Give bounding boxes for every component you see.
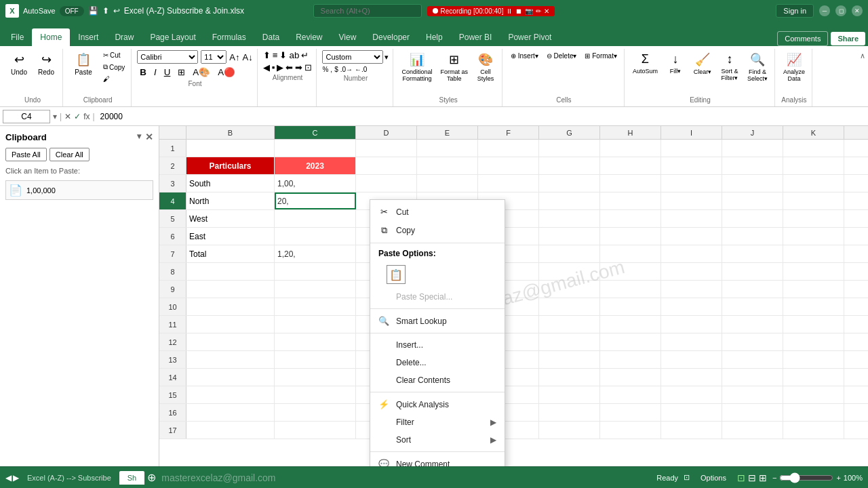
cell-k5[interactable] bbox=[783, 210, 844, 227]
font-size-select[interactable]: 11 bbox=[201, 50, 226, 64]
currency-button[interactable]: $ bbox=[334, 66, 338, 73]
cell-j3[interactable] bbox=[722, 175, 783, 192]
align-center-button[interactable]: ▪ bbox=[272, 62, 275, 73]
ctx-quick-analysis[interactable]: ⚡ Quick Analysis bbox=[370, 395, 505, 413]
tab-power-pivot[interactable]: Power Pivot bbox=[500, 28, 559, 46]
cell-i7[interactable] bbox=[661, 245, 722, 262]
camera-icon[interactable]: 📷 bbox=[525, 7, 533, 15]
tab-page-layout[interactable]: Page Layout bbox=[142, 28, 203, 46]
ctx-new-comment[interactable]: 💬 New Comment bbox=[370, 455, 505, 466]
cell-j6[interactable] bbox=[722, 228, 783, 245]
cell-b5[interactable]: West bbox=[186, 210, 275, 227]
clipboard-panel-close[interactable]: ✕ bbox=[145, 131, 153, 142]
cell-b2[interactable]: Particulars bbox=[186, 157, 275, 174]
ctx-filter[interactable]: Filter ▶ bbox=[370, 413, 505, 431]
cell-h7[interactable] bbox=[600, 245, 661, 262]
cell-c5[interactable] bbox=[275, 210, 356, 227]
format-button[interactable]: ⊞ Format▾ bbox=[582, 50, 619, 62]
cell-k7[interactable] bbox=[783, 245, 844, 262]
decrease-decimal-button[interactable]: ←.0 bbox=[355, 66, 367, 73]
cancel-icon[interactable]: ✕ bbox=[64, 112, 71, 121]
conditional-formatting-button[interactable]: 📊 ConditionalFormatting bbox=[399, 50, 435, 84]
status-icon[interactable]: ⊡ bbox=[684, 473, 690, 482]
cell-b4[interactable]: North bbox=[186, 192, 275, 209]
decrease-indent-button[interactable]: ⬅ bbox=[285, 62, 293, 73]
tab-power-bi[interactable]: Power BI bbox=[451, 28, 500, 46]
pause-icon[interactable]: ⏸ bbox=[506, 7, 513, 15]
confirm-icon[interactable]: ✓ bbox=[74, 112, 81, 121]
sheet-next-icon[interactable]: ▶ bbox=[13, 473, 19, 483]
copy-button[interactable]: ⧉ Copy bbox=[101, 62, 127, 73]
cell-k3[interactable] bbox=[783, 175, 844, 192]
collapse-ribbon-button[interactable]: ∧ bbox=[860, 52, 865, 60]
cell-h4[interactable] bbox=[600, 192, 661, 209]
ctx-smart-lookup[interactable]: 🔍 Smart Lookup bbox=[370, 312, 505, 330]
decrease-font-button[interactable]: A↓ bbox=[243, 52, 253, 62]
ctx-insert[interactable]: Insert... bbox=[370, 336, 505, 354]
cell-c7[interactable]: 1,20, bbox=[275, 245, 356, 262]
clear-all-button[interactable]: Clear All bbox=[50, 148, 90, 161]
insert-cell-button[interactable]: ⊕ Insert▾ bbox=[508, 50, 541, 62]
align-middle-button[interactable]: ≡ bbox=[273, 50, 278, 60]
cell-k1[interactable] bbox=[783, 140, 844, 157]
increase-font-button[interactable]: A↑ bbox=[229, 52, 239, 62]
cell-styles-button[interactable]: 🎨 CellStyles bbox=[473, 50, 498, 84]
number-format-dropdown[interactable]: ▾ bbox=[384, 53, 389, 62]
fill-color-button[interactable]: A🎨 bbox=[190, 66, 213, 79]
cell-f1[interactable] bbox=[478, 140, 539, 157]
cell-j7[interactable] bbox=[722, 245, 783, 262]
formula-expand-icon[interactable]: ▾ bbox=[53, 112, 57, 121]
align-right-button[interactable]: ▶ bbox=[277, 62, 283, 73]
clipboard-item[interactable]: 📄 1,00,000 bbox=[5, 180, 153, 200]
cell-c1[interactable] bbox=[275, 140, 356, 157]
cell-f2[interactable] bbox=[478, 157, 539, 174]
tab-developer[interactable]: Developer bbox=[364, 28, 418, 46]
cell-j4[interactable] bbox=[722, 192, 783, 209]
cell-i4[interactable] bbox=[661, 192, 722, 209]
undo-button[interactable]: ↩ Undo bbox=[7, 50, 31, 78]
cell-reference-box[interactable]: C4 bbox=[3, 110, 50, 123]
restore-button[interactable]: ◻ bbox=[835, 5, 846, 16]
tab-view[interactable]: View bbox=[331, 28, 365, 46]
font-color-button[interactable]: A🔴 bbox=[215, 66, 238, 79]
autosum-button[interactable]: Σ AutoSum bbox=[630, 50, 660, 77]
cell-j1[interactable] bbox=[722, 140, 783, 157]
increase-decimal-button[interactable]: .0→ bbox=[340, 66, 353, 73]
ctx-copy[interactable]: ⧉ Copy bbox=[370, 221, 505, 240]
cell-j5[interactable] bbox=[722, 210, 783, 227]
cell-g3[interactable] bbox=[539, 175, 600, 192]
cell-d1[interactable] bbox=[356, 140, 417, 157]
comma-button[interactable]: , bbox=[330, 66, 332, 73]
align-left-button[interactable]: ◀ bbox=[263, 62, 270, 73]
col-header-c[interactable]: C bbox=[275, 126, 356, 139]
page-layout-view-icon[interactable]: ⊟ bbox=[748, 472, 756, 483]
align-top-button[interactable]: ⬆ bbox=[263, 50, 271, 60]
zoom-slider[interactable] bbox=[779, 472, 833, 483]
cell-d3[interactable] bbox=[356, 175, 417, 192]
bold-button[interactable]: B bbox=[137, 66, 149, 79]
tab-insert[interactable]: Insert bbox=[70, 28, 106, 46]
fill-button[interactable]: ↓ Fill▾ bbox=[663, 50, 688, 77]
cell-i1[interactable] bbox=[661, 140, 722, 157]
cell-e1[interactable] bbox=[417, 140, 478, 157]
sort-filter-button[interactable]: ↕ Sort &Filter▾ bbox=[717, 50, 742, 83]
col-header-k[interactable]: K bbox=[783, 126, 844, 139]
cell-h3[interactable] bbox=[600, 175, 661, 192]
cell-g5[interactable] bbox=[539, 210, 600, 227]
cell-g7[interactable] bbox=[539, 245, 600, 262]
share-button[interactable]: Share bbox=[831, 32, 865, 45]
redo-button[interactable]: ↪ Redo bbox=[34, 50, 58, 78]
analyze-data-button[interactable]: 📈 AnalyzeData bbox=[781, 50, 808, 84]
cell-g1[interactable] bbox=[539, 140, 600, 157]
options-button[interactable]: Options bbox=[695, 472, 732, 484]
cell-b3[interactable]: South bbox=[186, 175, 275, 192]
cell-g4[interactable] bbox=[539, 192, 600, 209]
ctx-sort[interactable]: Sort ▶ bbox=[370, 431, 505, 449]
tab-draw[interactable]: Draw bbox=[106, 28, 142, 46]
italic-button[interactable]: I bbox=[151, 66, 159, 79]
zoom-out-icon[interactable]: − bbox=[772, 474, 776, 482]
cell-b1[interactable] bbox=[186, 140, 275, 157]
add-sheet-button[interactable]: ⊕ bbox=[144, 471, 159, 484]
comments-button[interactable]: Comments bbox=[777, 31, 828, 46]
cell-i6[interactable] bbox=[661, 228, 722, 245]
